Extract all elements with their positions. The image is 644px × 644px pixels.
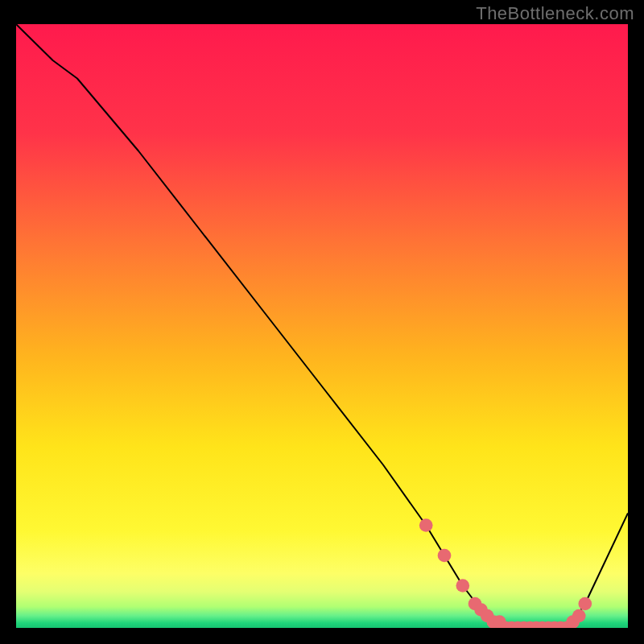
marker-dot: [578, 597, 592, 611]
chart-stage: TheBottleneck.com: [0, 0, 644, 644]
watermark-label: TheBottleneck.com: [476, 3, 634, 24]
marker-dot: [438, 549, 452, 563]
marker-dot: [456, 579, 469, 592]
marker-dot: [419, 518, 433, 532]
marker-dot: [572, 609, 586, 623]
chart-panel: [16, 24, 628, 628]
chart-svg: [16, 24, 628, 628]
